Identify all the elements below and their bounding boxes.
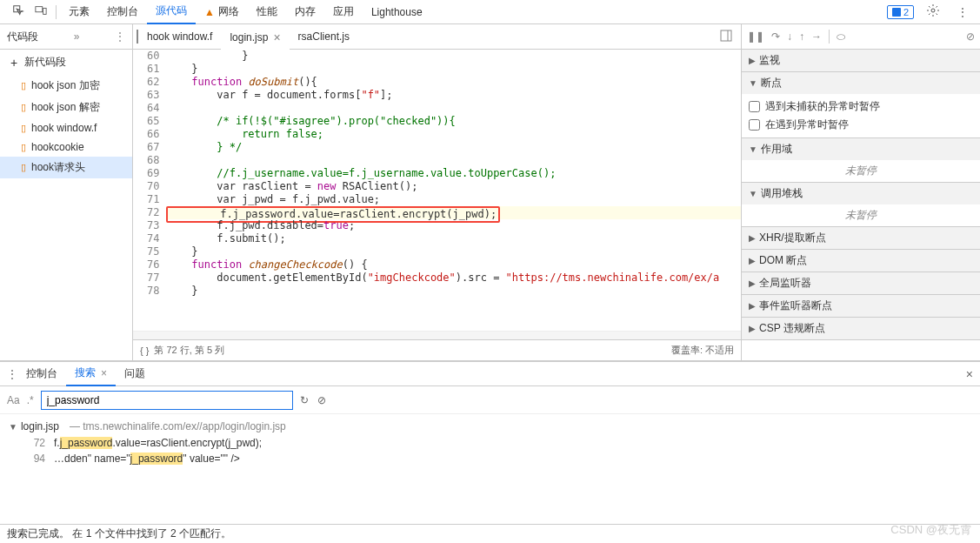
file-icon: ▯ — [21, 80, 26, 91]
file-icon: ▯ — [21, 142, 26, 153]
code-editor[interactable]: 60616263646566676869707172737475767778 }… — [133, 50, 741, 331]
clear-icon[interactable]: ⊘ — [317, 394, 326, 406]
result-line[interactable]: 72 f.j_password.value=rasClient.encrypt(… — [0, 435, 980, 451]
coverage-label: 覆盖率: 不适用 — [671, 344, 734, 357]
pause-icon[interactable]: ❚❚ — [747, 30, 764, 43]
editor-tab[interactable]: login.jsp× — [221, 24, 289, 50]
tab-network[interactable]: ▲网络 — [196, 0, 248, 24]
search-input[interactable] — [41, 391, 293, 410]
regex-icon[interactable]: .* — [27, 394, 34, 406]
new-snippet-button[interactable]: + 新代码段 — [0, 50, 132, 75]
close-icon[interactable]: × — [101, 367, 107, 379]
snippet-item[interactable]: ▯hookcookie — [0, 137, 132, 157]
result-file[interactable]: ▼ login.jsp — tms.newchinalife.com/ex//a… — [0, 418, 980, 435]
split-icon[interactable] — [720, 30, 732, 44]
step-out-icon[interactable]: ↑ — [799, 30, 804, 43]
inspect-icon[interactable] — [7, 1, 30, 23]
step-icon[interactable]: → — [811, 30, 822, 43]
step-over-icon[interactable]: ↷ — [771, 30, 780, 43]
search-results: ▼ login.jsp — tms.newchinalife.com/ex//a… — [0, 414, 980, 524]
drawer-tab-console[interactable]: 控制台 — [17, 362, 66, 386]
device-icon[interactable] — [30, 1, 52, 23]
global-section[interactable]: ▶全局监听器 — [742, 272, 980, 294]
chevron-down-icon: ▼ — [9, 422, 17, 432]
sidebar-title: 代码段 — [7, 30, 38, 44]
no-icon[interactable]: ⊘ — [966, 30, 975, 43]
debugger-panel: ❚❚ ↷ ↓ ↑ → ⬭ ⊘ ▶监视 ▼断点 遇到未捕获的异常时暂停 在遇到异常… — [742, 24, 980, 360]
file-icon: ▯ — [21, 102, 26, 113]
result-path: — tms.newchinalife.com/ex//app/login/log… — [70, 420, 286, 432]
warning-icon: ▲ — [204, 6, 215, 18]
editor-tab[interactable]: rsaClient.js — [290, 24, 358, 50]
pause-caught-checkbox[interactable] — [749, 119, 760, 131]
svg-rect-1 — [43, 8, 47, 14]
drawer: ⋮ 控制台 搜索× 问题 × Aa .* ↻ ⊘ ▼ login.jsp — t… — [0, 360, 980, 543]
deactivate-bp-icon[interactable]: ⬭ — [837, 30, 845, 43]
case-sensitive-icon[interactable]: Aa — [7, 394, 20, 406]
xhr-section[interactable]: ▶XHR/提取断点 — [742, 227, 980, 249]
issues-badge[interactable]: 2 — [887, 5, 914, 19]
file-icon: ▯ — [21, 123, 26, 134]
tab-elements[interactable]: 元素 — [60, 0, 98, 24]
divider — [56, 5, 57, 19]
svg-rect-4 — [721, 30, 731, 41]
braces-icon[interactable]: { } — [140, 345, 149, 356]
tab-performance[interactable]: 性能 — [248, 0, 286, 24]
svg-rect-0 — [36, 7, 43, 12]
watermark: CSDN @夜无霄 — [890, 522, 971, 538]
refresh-icon[interactable]: ↻ — [300, 394, 309, 406]
snippet-item[interactable]: ▯hook json 加密 — [0, 75, 132, 97]
pause-uncaught-checkbox[interactable] — [749, 101, 760, 112]
snippet-item[interactable]: ▯hook window.f — [0, 118, 132, 137]
tab-application[interactable]: 应用 — [324, 0, 363, 24]
scope-section[interactable]: ▼作用域 — [742, 138, 980, 160]
cursor-position: 第 72 行, 第 5 列 — [154, 344, 224, 357]
breakpoints-section[interactable]: ▼断点 — [742, 72, 980, 94]
snippets-sidebar: 代码段 » ⋮ + 新代码段 ▯hook json 加密 ▯hook json … — [0, 24, 133, 360]
tab-memory[interactable]: 内存 — [286, 0, 324, 24]
tab-sources[interactable]: 源代码 — [147, 0, 196, 24]
gutter: 60616263646566676869707172737475767778 — [133, 50, 166, 331]
editor-tab[interactable]: hook window.f — [138, 24, 221, 50]
tab-lighthouse[interactable]: Lighthouse — [363, 0, 431, 24]
snippet-item[interactable]: ▯hook json 解密 — [0, 97, 132, 118]
close-drawer-icon[interactable]: × — [966, 367, 973, 381]
svg-rect-2 — [892, 8, 901, 17]
drawer-tab-search[interactable]: 搜索× — [66, 362, 116, 386]
event-section[interactable]: ▶事件监听器断点 — [742, 295, 980, 317]
devtools-toolbar: 元素 控制台 源代码 ▲网络 性能 内存 应用 Lighthouse 2 ⋮ — [0, 0, 980, 24]
more-icon[interactable]: ⋮ — [115, 30, 125, 43]
chevron-right-icon[interactable]: » — [74, 30, 80, 43]
csp-section[interactable]: ▶CSP 违规断点 — [742, 318, 980, 339]
close-icon[interactable]: × — [273, 30, 280, 44]
dom-section[interactable]: ▶DOM 断点 — [742, 250, 980, 272]
snippet-item[interactable]: ▯hook请求头 — [0, 157, 132, 178]
status-bar: 搜索已完成。 在 1 个文件中找到了 2 个匹配行。 — [0, 524, 980, 543]
result-line[interactable]: 94 …dden" name="j_password" value="" /> — [0, 451, 980, 466]
file-icon: ▯ — [21, 162, 26, 173]
horizontal-scrollbar[interactable] — [133, 331, 741, 339]
more-icon[interactable]: ⋮ — [952, 3, 973, 22]
tab-console[interactable]: 控制台 — [98, 0, 147, 24]
step-into-icon[interactable]: ↓ — [787, 30, 792, 43]
plus-icon: + — [10, 56, 17, 70]
more-icon[interactable]: ⋮ — [7, 368, 17, 380]
editor-tabs: hook window.f login.jsp× rsaClient.js — [133, 24, 741, 50]
svg-point-3 — [931, 9, 935, 12]
drawer-tab-issues[interactable]: 问题 — [116, 362, 154, 386]
callstack-section[interactable]: ▼调用堆栈 — [742, 183, 980, 204]
watch-section[interactable]: ▶监视 — [742, 50, 980, 71]
gear-icon[interactable] — [921, 0, 945, 23]
